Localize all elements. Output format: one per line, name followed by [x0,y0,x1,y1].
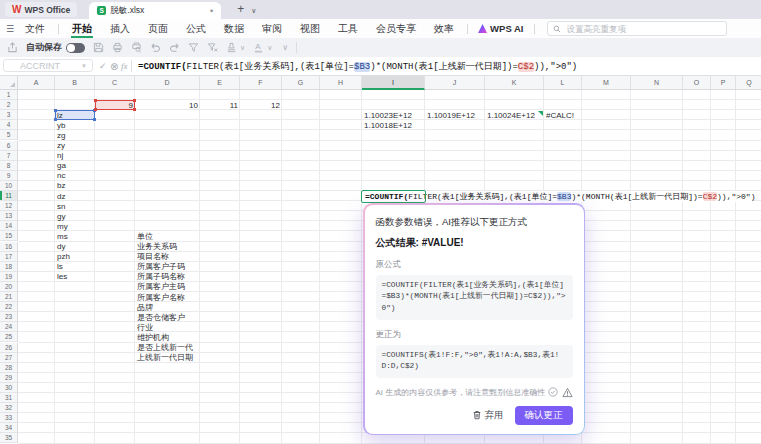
row-header[interactable]: 34 [0,423,18,433]
column-header[interactable]: G [282,76,320,90]
menu-item[interactable]: 效率 [425,19,463,38]
column-header[interactable]: B [55,76,95,90]
row-header[interactable]: 8 [0,161,18,171]
grid-cell-B7[interactable]: nj [55,151,155,161]
row-header[interactable]: 4 [0,120,18,130]
column-header[interactable]: H [320,76,362,90]
menu-wps-ai[interactable]: WPS AI [472,23,529,34]
command-search-box[interactable] [547,21,727,36]
grid-cell-D26[interactable]: 是否上线新一代 [135,343,260,353]
column-header[interactable]: L [544,76,582,90]
grid-cell-B13[interactable]: gy [55,212,155,222]
search-input[interactable] [565,23,721,35]
column-header[interactable]: I [362,76,425,90]
stamp-dropdown-chevron-icon[interactable]: ∨ [240,44,245,52]
grid-cell-F2[interactable]: 12 [240,101,282,111]
row-header[interactable]: 23 [0,312,18,322]
new-tab-button[interactable]: + [237,2,244,16]
menu-item[interactable]: 工具 [329,19,367,38]
filter-clear-icon[interactable] [207,42,218,53]
menu-item[interactable]: 会员专享 [367,19,425,38]
tab-list-chevron-icon[interactable]: ∨ [251,7,256,15]
menu-item[interactable]: 开始 [63,19,101,38]
row-header[interactable]: 14 [0,221,18,231]
row-header[interactable]: 5 [0,130,18,140]
grid-cell-D18[interactable]: 所属客户子码 [135,262,260,272]
row-header[interactable]: 10 [0,181,18,191]
grid-cell-B8[interactable]: ga [55,161,155,171]
confirm-correction-button[interactable]: 确认更正 [515,406,573,425]
discard-button[interactable]: 弃用 [472,409,504,422]
row-header[interactable]: 2 [0,100,18,110]
grid-cell-B10[interactable]: bz [55,181,155,191]
grid-cell-D19[interactable]: 所属子码名称 [135,272,260,282]
name-box-chevron-icon[interactable]: ▼ [81,63,87,69]
column-header[interactable]: Q [736,76,761,90]
column-header[interactable]: O [683,76,711,90]
row-header[interactable]: 33 [0,413,18,423]
row-header[interactable]: 17 [0,252,18,262]
menu-item[interactable]: 数据 [215,19,253,38]
row-header[interactable]: 12 [0,201,18,211]
menu-item[interactable]: 公式 [177,19,215,38]
save-icon[interactable] [93,42,104,53]
grid-cell-B11[interactable]: dz [55,192,155,202]
undo-icon[interactable] [150,42,161,53]
row-header[interactable]: 1 [0,90,18,100]
grid-cell-D17[interactable]: 项目名称 [135,252,260,262]
error-flag-icon[interactable] [538,111,543,116]
cell-editor[interactable]: =COUNTIF(FILTER(表1[业务关系码],(表1[单位]=$B3)*(… [362,191,753,202]
grid-cell-B5[interactable]: zg [55,131,155,141]
menu-item[interactable]: 插入 [101,19,139,38]
stamp-icon[interactable] [226,42,237,53]
column-header[interactable]: N [631,76,683,90]
row-header[interactable]: 35 [0,433,18,443]
cancel-entry-icon[interactable]: ⊗ [110,57,118,75]
column-header[interactable]: C [95,76,135,90]
column-header[interactable]: P [711,76,736,90]
grid-cell-B6[interactable]: zy [55,141,155,151]
grid-cell-I4[interactable]: 1.10018E+12 [362,121,485,131]
select-all-corner[interactable] [0,76,18,90]
row-header[interactable]: 24 [0,322,18,332]
row-header[interactable]: 18 [0,262,18,272]
grid-cell-D24[interactable]: 行业 [135,323,260,333]
redo-icon[interactable] [169,42,180,53]
grid-cell-E2[interactable]: 11 [200,101,240,111]
grid-cell-L3[interactable]: #CALC! [544,111,642,121]
grid-cell-B4[interactable]: yb [55,121,155,131]
column-header[interactable]: F [240,76,282,90]
row-header[interactable]: 7 [0,151,18,161]
autosave-toggle[interactable] [66,43,85,53]
document-tab[interactable]: S 脱敏.xlsx • [89,2,221,19]
menu-file[interactable]: 文件 [16,19,54,38]
row-header[interactable]: 26 [0,343,18,353]
autosave-control[interactable]: 自动保存 [26,41,85,54]
grid-cell-D15[interactable]: 单位 [135,232,260,242]
column-header[interactable]: K [485,76,544,90]
grid-cell-C2[interactable]: 9 [95,101,135,111]
warning-icon[interactable] [562,387,573,398]
row-header[interactable]: 28 [0,363,18,373]
grid-cell-D20[interactable]: 所属客户主码 [135,282,260,292]
row-header[interactable]: 30 [0,383,18,393]
row-header[interactable]: 11 [0,191,18,201]
row-header[interactable]: 22 [0,302,18,312]
print-icon[interactable] [112,42,123,53]
menu-item[interactable]: 审阅 [253,19,291,38]
grid-cell-B14[interactable]: my [55,222,155,232]
column-header[interactable]: E [200,76,240,90]
more-tools-icon[interactable]: ∨ [282,43,288,52]
name-box[interactable]: ACCRINT ▼ [3,59,93,72]
row-header[interactable]: 13 [0,211,18,221]
row-header[interactable]: 9 [0,171,18,181]
grid-cell-D2[interactable]: 10 [135,101,200,111]
grid-cell-D23[interactable]: 是否仓储客户 [135,313,260,323]
formula-input[interactable]: =COUNTIF(FILTER(表1[业务关系码],(表1[单位]=$B3)*(… [138,60,577,73]
font-color-dropdown-chevron-icon[interactable]: ∨ [267,44,272,52]
column-header[interactable]: A [18,76,55,90]
row-header[interactable]: 20 [0,282,18,292]
filter-icon[interactable] [188,42,199,53]
row-header[interactable]: 6 [0,141,18,151]
grid-cell-D25[interactable]: 维护机构 [135,333,260,343]
